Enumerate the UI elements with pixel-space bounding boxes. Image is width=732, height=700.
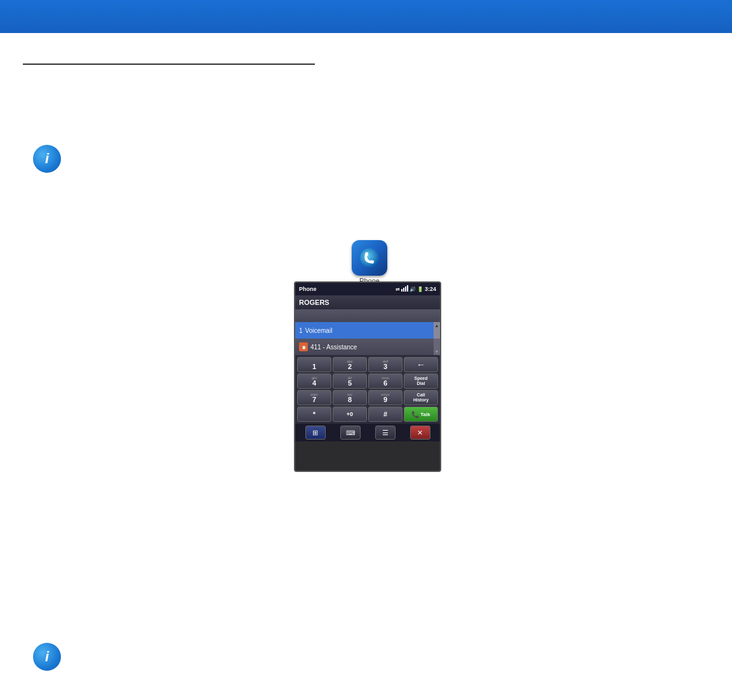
contact-icon-symbol: 📋: [302, 345, 306, 349]
key-speed-dial[interactable]: SpeedDial: [404, 374, 438, 389]
key-5[interactable]: jkl 5: [333, 374, 367, 389]
phone-app-icon[interactable]: Phone: [352, 240, 387, 285]
svg-point-0: [360, 248, 379, 267]
phone-status-right: ⇄ 🔊 🔋 3:24: [396, 285, 436, 293]
talk-phone-icon: 📞: [411, 411, 419, 418]
phone-carrier-bar: ROGERS: [295, 295, 440, 309]
taskbar-keyboard-button[interactable]: ⌨: [340, 426, 361, 440]
phone-empty-area: [295, 309, 440, 322]
info-icon-2: i: [33, 643, 61, 671]
key-2[interactable]: abc 2: [333, 357, 367, 372]
key-hash[interactable]: #: [368, 407, 403, 422]
info-icon-1: i: [33, 145, 61, 173]
contact-item-selected[interactable]: 1 Voicemail: [295, 322, 434, 339]
contact-name-voicemail: Voicemail: [305, 327, 333, 334]
scrollbar-down-area: ▼: [434, 339, 440, 355]
key-star-symbol: *: [313, 410, 316, 418]
key-call-history[interactable]: CallHistory: [404, 390, 438, 405]
key-2-main: 2: [348, 363, 352, 370]
keyboard-icon: ⌨: [346, 429, 355, 436]
phone-app-icon-bg: [352, 240, 387, 276]
key-plus-zero-label: +0: [347, 411, 353, 417]
key-5-main: 5: [348, 380, 352, 387]
contact-row-411[interactable]: 📋 411 - Assistance ▼: [295, 339, 440, 355]
key-4[interactable]: ghi 4: [297, 374, 331, 389]
key-9-main: 9: [383, 396, 387, 403]
scroll-up-arrow: ▲: [435, 323, 439, 328]
clock-display: 3:24: [425, 286, 436, 292]
phone-status-label: Phone: [299, 286, 317, 292]
key-8[interactable]: tuv 8: [333, 390, 367, 405]
phone-keypad: 1 abc 2 def 3 ← ghi 4 jkl 5 mno 6 SpeedD…: [295, 355, 440, 424]
backspace-symbol: ←: [416, 360, 425, 370]
contact-row-voicemail[interactable]: 1 Voicemail ▲: [295, 322, 440, 339]
volume-icon: 🔊: [409, 286, 416, 292]
phone-handset-icon: [359, 248, 380, 268]
key-9[interactable]: wxyz 9: [368, 390, 403, 405]
phone-ui-container: Phone ⇄ 🔊 🔋 3:24 ROGERS: [294, 281, 441, 472]
contact-item-411[interactable]: 📋 411 - Assistance: [295, 339, 434, 355]
phone-status-bar: Phone ⇄ 🔊 🔋 3:24: [295, 283, 440, 295]
taskbar-close-button[interactable]: ✕: [410, 426, 430, 440]
key-8-main: 8: [348, 396, 352, 403]
key-1-main: 1: [312, 363, 316, 370]
signal-icon: [401, 285, 408, 293]
info-symbol-1: i: [45, 151, 49, 167]
key-1[interactable]: 1: [297, 357, 331, 372]
key-6[interactable]: mno 6: [368, 374, 403, 389]
taskbar-menu-button[interactable]: ☰: [375, 426, 396, 440]
key-talk[interactable]: 📞 Talk: [404, 407, 438, 422]
key-3-main: 3: [383, 363, 387, 370]
key-backspace[interactable]: ←: [404, 357, 438, 372]
carrier-label: ROGERS: [299, 299, 329, 306]
key-4-main: 4: [312, 380, 316, 387]
close-icon: ✕: [417, 429, 423, 437]
contact-icon-411: 📋: [299, 342, 308, 351]
talk-label: Talk: [420, 412, 430, 417]
contact-number-1: 1: [299, 327, 303, 334]
contact-list-wrapper: 1 Voicemail ▲ 📋 411 - Assistance ▼: [295, 322, 440, 355]
phone-taskbar: ⊞ ⌨ ☰ ✕: [295, 424, 440, 441]
key-3[interactable]: def 3: [368, 357, 403, 372]
sync-icon: ⇄: [396, 286, 400, 292]
section-underline: [23, 64, 315, 65]
battery-icon: 🔋: [417, 286, 423, 292]
windows-icon: ⊞: [312, 429, 318, 437]
contact-name-411: 411 - Assistance: [310, 344, 357, 351]
scroll-down-arrow: ▼: [435, 349, 439, 354]
scrollbar-up-area: ▲: [434, 322, 440, 339]
taskbar-windows-button[interactable]: ⊞: [305, 426, 326, 440]
key-6-main: 6: [383, 380, 387, 387]
call-history-label: CallHistory: [413, 393, 429, 403]
top-banner: [0, 0, 732, 33]
speed-dial-label: SpeedDial: [414, 376, 427, 387]
menu-icon: ☰: [382, 429, 389, 437]
key-7-main: 7: [312, 396, 316, 403]
key-star[interactable]: *: [297, 407, 331, 422]
key-7[interactable]: pqrs 7: [297, 390, 331, 405]
key-hash-symbol: #: [383, 410, 387, 418]
info-symbol-2: i: [45, 649, 49, 665]
key-plus-zero[interactable]: +0: [333, 407, 367, 422]
